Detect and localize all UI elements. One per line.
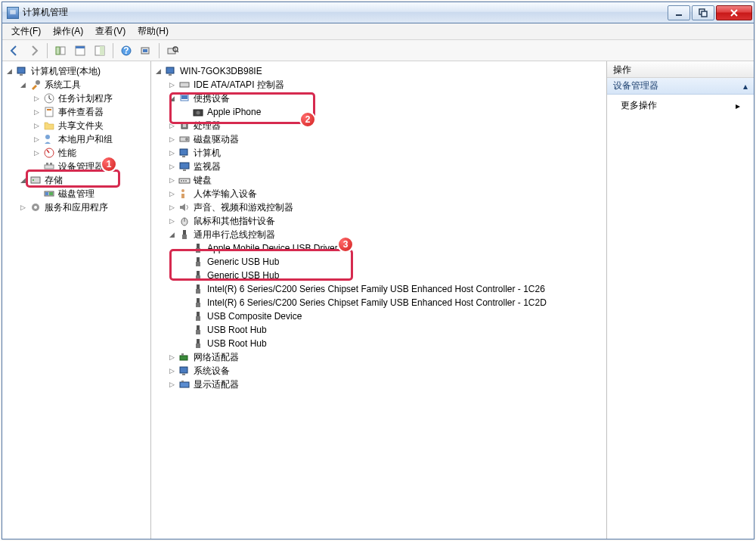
left-services[interactable]: ▷服务和应用程序 <box>17 201 149 214</box>
expand-icon[interactable]: ▷ <box>168 176 176 185</box>
left-task-scheduler[interactable]: ▷任务计划程序 <box>31 92 149 105</box>
collapse-icon[interactable]: ◢ <box>154 67 163 76</box>
menu-view[interactable]: 查看(V) <box>89 23 132 39</box>
device-usb-controllers[interactable]: ◢通用串行总线控制器 <box>166 228 605 241</box>
toolbar-properties[interactable] <box>71 42 89 60</box>
event-icon <box>43 106 55 118</box>
expand-icon[interactable]: ▷ <box>33 135 41 144</box>
left-root[interactable]: ◢ 计算机管理(本地) <box>4 64 149 78</box>
forward-button[interactable] <box>25 42 43 60</box>
hid-icon <box>178 188 191 200</box>
device-apple-iphone[interactable]: Apple iPhone <box>180 105 605 119</box>
actions-more[interactable]: 更多操作 ▸ <box>607 95 754 117</box>
actions-section[interactable]: 设备管理器 ▴ <box>607 78 754 95</box>
maximize-button[interactable] <box>692 5 714 20</box>
left-local-users[interactable]: ▷本地用户和组 <box>31 132 149 146</box>
tools-icon <box>29 79 42 91</box>
expand-icon[interactable]: ▷ <box>168 190 176 198</box>
svg-rect-35 <box>166 67 174 73</box>
device-keyboards[interactable]: ▷键盘 <box>166 173 605 187</box>
toolbar-show-hide-tree[interactable] <box>51 42 70 60</box>
expand-icon[interactable]: ▷ <box>168 353 176 362</box>
users-icon <box>43 133 55 145</box>
svg-rect-70 <box>196 316 200 321</box>
menu-file[interactable]: 文件(F) <box>5 23 47 39</box>
expand-icon[interactable]: ▷ <box>168 122 176 130</box>
menu-action[interactable]: 操作(A) <box>47 23 89 39</box>
collapse-icon[interactable]: ◢ <box>168 231 176 239</box>
menubar: 文件(F) 操作(A) 查看(V) 帮助(H) <box>2 23 754 40</box>
left-performance[interactable]: ▷性能 <box>31 146 149 160</box>
left-storage[interactable]: ◢存储 <box>17 173 149 187</box>
expand-icon[interactable]: ▷ <box>168 217 176 225</box>
left-system-tools[interactable]: ◢ 系统工具 <box>17 78 149 92</box>
device-apple-usb-driver[interactable]: Apple Mobile Device USB Driver <box>180 241 605 255</box>
expand-icon[interactable]: ▷ <box>168 204 176 212</box>
device-portable[interactable]: ◢便携设备 <box>166 92 605 105</box>
expand-icon[interactable]: ▷ <box>33 95 41 103</box>
left-disk-management[interactable]: 磁盘管理 <box>31 187 149 201</box>
collapse-icon[interactable]: ◢ <box>5 67 14 76</box>
svg-point-41 <box>197 111 200 115</box>
expand-icon[interactable]: ▷ <box>168 163 176 171</box>
device-sound[interactable]: ▷声音、视频和游戏控制器 <box>166 201 605 214</box>
svg-rect-69 <box>197 312 200 316</box>
svg-rect-75 <box>180 356 187 360</box>
device-computer[interactable]: ▷计算机 <box>166 146 605 160</box>
svg-point-19 <box>36 80 40 85</box>
device-ide[interactable]: ▷IDE ATA/ATAPI 控制器 <box>166 78 605 92</box>
usb-icon <box>192 283 204 295</box>
device-disk-drives[interactable]: ▷磁盘驱动器 <box>166 132 605 146</box>
left-event-viewer[interactable]: ▷事件查看器 <box>31 105 149 119</box>
device-generic-hub[interactable]: Generic USB Hub <box>180 255 605 269</box>
mouse-icon <box>178 215 191 227</box>
expand-icon[interactable]: ▷ <box>19 204 27 212</box>
toolbar-scan[interactable] <box>137 42 155 60</box>
svg-rect-59 <box>197 244 200 248</box>
device-tree-pane[interactable]: ◢WIN-7GOK3DB98IE ▷IDE ATA/ATAPI 控制器 ◢便携设… <box>151 61 607 539</box>
expand-icon[interactable]: ▷ <box>33 108 41 117</box>
collapse-icon[interactable]: ◢ <box>168 95 176 103</box>
expand-icon[interactable]: ▷ <box>33 122 41 130</box>
expand-icon[interactable]: ▷ <box>168 81 176 89</box>
device-generic-hub[interactable]: Generic USB Hub <box>180 269 605 282</box>
device-monitors[interactable]: ▷监视器 <box>166 160 605 173</box>
close-button[interactable] <box>716 5 752 20</box>
expand-icon[interactable]: ▷ <box>168 135 176 144</box>
svg-rect-80 <box>181 381 184 382</box>
svg-rect-57 <box>183 230 186 235</box>
toolbar-help[interactable]: ? <box>117 42 135 60</box>
toolbar-refresh[interactable] <box>91 42 109 60</box>
expand-icon[interactable]: ▷ <box>168 367 176 375</box>
left-tree-pane[interactable]: ◢ 计算机管理(本地) ◢ 系统工具 ▷任务计划程序 <box>2 61 151 539</box>
titlebar[interactable]: 计算机管理 <box>2 2 754 23</box>
device-usb-root-hub[interactable]: USB Root Hub <box>180 323 605 337</box>
computer-icon <box>178 147 191 159</box>
left-device-manager[interactable]: 设备管理器 <box>31 160 149 173</box>
svg-rect-79 <box>180 382 189 387</box>
services-icon <box>29 201 42 213</box>
minimize-button[interactable] <box>668 5 690 20</box>
expand-icon[interactable]: ▷ <box>168 149 176 157</box>
display-adapter-icon <box>178 378 191 390</box>
menu-help[interactable]: 帮助(H) <box>132 23 175 39</box>
device-usb-composite[interactable]: USB Composite Device <box>180 309 605 323</box>
device-display-adapters[interactable]: ▷显示适配器 <box>166 378 605 391</box>
device-intel-ehc[interactable]: Intel(R) 6 Series/C200 Series Chipset Fa… <box>180 296 605 309</box>
svg-rect-5 <box>60 47 65 54</box>
device-processors[interactable]: ▷处理器 <box>166 119 605 132</box>
device-mice[interactable]: ▷鼠标和其他指针设备 <box>166 214 605 228</box>
device-system-devices[interactable]: ▷系统设备 <box>166 364 605 378</box>
collapse-icon[interactable]: ◢ <box>19 176 27 185</box>
back-button[interactable] <box>5 42 23 60</box>
expand-icon[interactable]: ▷ <box>168 381 176 389</box>
device-intel-ehc[interactable]: Intel(R) 6 Series/C200 Series Chipset Fa… <box>180 282 605 296</box>
device-hid[interactable]: ▷人体学输入设备 <box>166 187 605 201</box>
left-shared-folders[interactable]: ▷共享文件夹 <box>31 119 149 132</box>
toolbar-scan-hardware[interactable] <box>163 42 181 60</box>
device-network[interactable]: ▷网络适配器 <box>166 350 605 364</box>
device-usb-root-hub[interactable]: USB Root Hub <box>180 337 605 350</box>
device-host[interactable]: ◢WIN-7GOK3DB98IE <box>153 64 605 78</box>
expand-icon[interactable]: ▷ <box>33 149 41 157</box>
collapse-icon[interactable]: ◢ <box>19 81 27 89</box>
